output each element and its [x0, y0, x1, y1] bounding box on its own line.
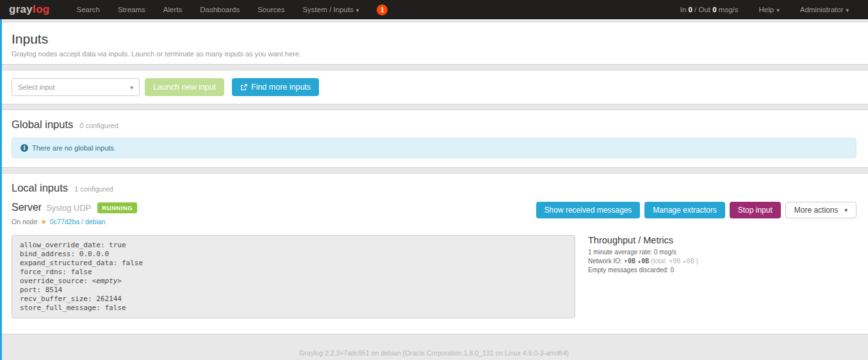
select-input-placeholder: Select input — [18, 83, 54, 91]
external-link-icon — [240, 84, 247, 91]
io-upload-value: 0B — [641, 258, 649, 265]
io-total: (total: ▼0B ▲0B ) — [651, 258, 698, 265]
global-inputs-title: Global inputs — [12, 119, 73, 131]
input-identity: Server Syslog UDP RUNNING On node ★ 0c77… — [12, 202, 137, 226]
left-accent-strip — [0, 19, 2, 360]
io-total-upload-value: 0B — [687, 258, 694, 265]
node-link[interactable]: 0c77d2ba / debian — [50, 218, 105, 225]
page-content: Inputs Graylog nodes accept data via inp… — [0, 19, 868, 360]
page-title: Inputs — [12, 31, 856, 47]
graylog-logo[interactable]: graylog — [9, 3, 50, 16]
navbar-right: In 0 / Out 0 msg/s Help▾ Administrator▾ — [670, 6, 859, 13]
nav-item-sources[interactable]: Sources — [249, 6, 293, 13]
out-msg-count: 0 — [712, 6, 716, 13]
input-name: Server — [12, 202, 42, 213]
select-input-dropdown[interactable]: Select input ▾ — [12, 78, 140, 96]
stop-input-button[interactable]: Stop input — [730, 202, 781, 218]
logo-text-log: log — [33, 3, 49, 15]
input-launcher-panel: Select input ▾ Launch new input Find mor… — [0, 70, 868, 104]
star-icon: ★ — [40, 218, 47, 225]
nav-item-dashboards[interactable]: Dashboards — [191, 6, 249, 13]
caret-down-icon: ▾ — [844, 207, 848, 213]
avg-rate-line: 1 minute average rate: 0 msg/s — [588, 249, 698, 256]
throughput-metrics: Throughput / Metrics 1 minute average ra… — [588, 235, 698, 318]
local-inputs-title: Local inputs — [12, 182, 68, 194]
io-total-download-value: 0B — [673, 258, 680, 265]
more-actions-button[interactable]: More actions▾ — [785, 202, 856, 218]
input-type: Syslog UDP — [46, 203, 91, 213]
caret-down-icon: ▾ — [846, 7, 849, 13]
caret-down-icon: ▾ — [130, 84, 133, 91]
no-global-inputs-alert: i There are no global inputs. — [12, 138, 856, 158]
empty-messages-line: Empty messages discarded: 0 — [588, 266, 698, 274]
in-msg-count: 0 — [689, 6, 692, 13]
node-line: On node ★ 0c77d2ba / debian — [12, 218, 137, 226]
show-received-messages-button[interactable]: Show received messages — [536, 202, 641, 218]
global-inputs-panel: Global inputs 0 configured i There are n… — [0, 110, 868, 168]
io-download-value: 0B — [628, 258, 635, 265]
nav-item-help[interactable]: Help▾ — [749, 6, 790, 13]
nav-item-alerts[interactable]: Alerts — [154, 6, 191, 13]
find-more-inputs-button[interactable]: Find more inputs — [232, 78, 319, 96]
input-list-item: Server Syslog UDP RUNNING On node ★ 0c77… — [12, 202, 856, 226]
input-configuration-block: allow_override_date: true bind_address: … — [12, 235, 575, 318]
manage-extractors-button[interactable]: Manage extractors — [644, 202, 725, 218]
caret-down-icon: ▾ — [776, 7, 780, 13]
launch-new-input-button[interactable]: Launch new input — [145, 78, 224, 96]
version-footer: Graylog 2.2.3+7adc951 on debian (Oracle … — [0, 340, 868, 360]
metrics-title: Throughput / Metrics — [588, 235, 698, 245]
nav-item-user-menu[interactable]: Administrator▾ — [790, 6, 859, 13]
input-action-buttons: Show received messages Manage extractors… — [536, 202, 856, 218]
nav-item-search[interactable]: Search — [68, 6, 109, 13]
status-badge: RUNNING — [97, 202, 137, 213]
nav-item-streams[interactable]: Streams — [109, 6, 154, 13]
info-icon: i — [20, 144, 28, 152]
network-io-line: Network IO: ▼0B ▲0B (total: ▼0B ▲0B ) — [588, 258, 698, 265]
local-inputs-panel: Local inputs 1 configured Server Syslog … — [0, 173, 868, 334]
top-navbar: graylog Search Streams Alerts Dashboards… — [0, 0, 868, 19]
alert-text: There are no global inputs. — [32, 144, 116, 152]
logo-text-gray: gray — [9, 3, 33, 15]
nav-item-system-inputs[interactable]: System / Inputs▾ — [293, 6, 368, 13]
caret-down-icon: ▾ — [356, 7, 359, 13]
notification-badge[interactable]: 1 — [377, 4, 388, 15]
page-description: Graylog nodes accept data via inputs. La… — [12, 50, 856, 58]
local-inputs-count: 1 configured — [74, 185, 113, 193]
global-throughput: In 0 / Out 0 msg/s — [670, 6, 749, 13]
global-inputs-count: 0 configured — [79, 122, 119, 129]
page-header-panel: Inputs Graylog nodes accept data via inp… — [0, 22, 868, 65]
